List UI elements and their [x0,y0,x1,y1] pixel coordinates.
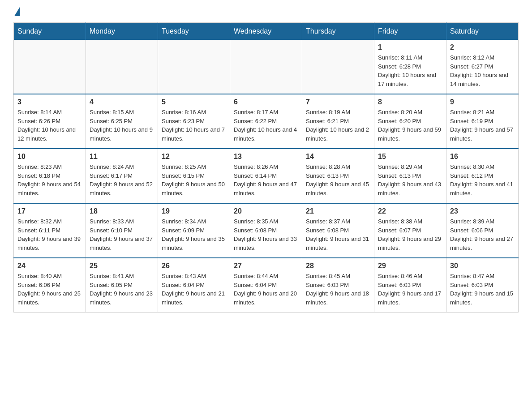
calendar-cell: 12Sunrise: 8:25 AM Sunset: 6:15 PM Dayli… [158,149,230,203]
day-info: Sunrise: 8:43 AM Sunset: 6:04 PM Dayligh… [162,272,226,307]
calendar-cell: 10Sunrise: 8:23 AM Sunset: 6:18 PM Dayli… [14,149,86,203]
logo-top [13,9,20,16]
day-number: 16 [450,153,515,161]
calendar-cell: 7Sunrise: 8:19 AM Sunset: 6:21 PM Daylig… [302,94,374,149]
day-info: Sunrise: 8:26 AM Sunset: 6:14 PM Dayligh… [234,163,298,197]
calendar-cell: 30Sunrise: 8:47 AM Sunset: 6:03 PM Dayli… [446,258,519,313]
day-info: Sunrise: 8:20 AM Sunset: 6:20 PM Dayligh… [378,108,442,143]
day-number: 9 [450,98,515,106]
day-info: Sunrise: 8:44 AM Sunset: 6:04 PM Dayligh… [234,272,298,307]
weekday-header-thursday: Thursday [302,23,374,40]
day-number: 18 [90,207,154,215]
day-info: Sunrise: 8:14 AM Sunset: 6:26 PM Dayligh… [17,108,82,143]
calendar-cell: 24Sunrise: 8:40 AM Sunset: 6:06 PM Dayli… [14,258,86,313]
day-number: 27 [234,262,298,270]
day-info: Sunrise: 8:38 AM Sunset: 6:07 PM Dayligh… [378,217,442,252]
day-info: Sunrise: 8:32 AM Sunset: 6:11 PM Dayligh… [17,217,82,252]
calendar-cell [302,40,374,94]
calendar-cell: 15Sunrise: 8:29 AM Sunset: 6:13 PM Dayli… [374,149,446,203]
day-number: 28 [306,262,370,270]
calendar-cell: 22Sunrise: 8:38 AM Sunset: 6:07 PM Dayli… [374,203,446,258]
weekday-header-tuesday: Tuesday [158,23,230,40]
day-info: Sunrise: 8:39 AM Sunset: 6:06 PM Dayligh… [450,217,515,252]
calendar-cell: 11Sunrise: 8:24 AM Sunset: 6:17 PM Dayli… [86,149,158,203]
day-info: Sunrise: 8:28 AM Sunset: 6:13 PM Dayligh… [306,163,370,197]
day-number: 25 [90,262,154,270]
calendar-cell: 28Sunrise: 8:45 AM Sunset: 6:03 PM Dayli… [302,258,374,313]
day-number: 1 [378,43,442,51]
day-number: 6 [234,98,298,106]
calendar-cell: 17Sunrise: 8:32 AM Sunset: 6:11 PM Dayli… [14,203,86,258]
week-row-1: 1Sunrise: 8:11 AM Sunset: 6:28 PM Daylig… [14,40,519,94]
calendar-table: SundayMondayTuesdayWednesdayThursdayFrid… [13,22,519,313]
day-info: Sunrise: 8:21 AM Sunset: 6:19 PM Dayligh… [450,108,515,143]
day-number: 22 [378,207,442,215]
day-info: Sunrise: 8:30 AM Sunset: 6:12 PM Dayligh… [450,163,515,197]
day-number: 7 [306,98,370,106]
calendar-cell [230,40,302,94]
day-info: Sunrise: 8:15 AM Sunset: 6:25 PM Dayligh… [90,108,154,143]
calendar-cell: 2Sunrise: 8:12 AM Sunset: 6:27 PM Daylig… [446,40,519,94]
calendar-cell: 19Sunrise: 8:34 AM Sunset: 6:09 PM Dayli… [158,203,230,258]
day-info: Sunrise: 8:17 AM Sunset: 6:22 PM Dayligh… [234,108,298,143]
calendar-cell: 13Sunrise: 8:26 AM Sunset: 6:14 PM Dayli… [230,149,302,203]
weekday-header-monday: Monday [86,23,158,40]
day-number: 13 [234,153,298,161]
calendar-cell: 4Sunrise: 8:15 AM Sunset: 6:25 PM Daylig… [86,94,158,149]
weekday-header-friday: Friday [374,23,446,40]
day-info: Sunrise: 8:46 AM Sunset: 6:03 PM Dayligh… [378,272,442,307]
calendar-cell [14,40,86,94]
calendar-cell: 25Sunrise: 8:41 AM Sunset: 6:05 PM Dayli… [86,258,158,313]
day-info: Sunrise: 8:35 AM Sunset: 6:08 PM Dayligh… [234,217,298,252]
day-number: 30 [450,262,515,270]
calendar-cell: 14Sunrise: 8:28 AM Sunset: 6:13 PM Dayli… [302,149,374,203]
day-info: Sunrise: 8:25 AM Sunset: 6:15 PM Dayligh… [162,163,226,197]
week-row-2: 3Sunrise: 8:14 AM Sunset: 6:26 PM Daylig… [14,94,519,149]
logo [13,9,20,13]
calendar-cell: 29Sunrise: 8:46 AM Sunset: 6:03 PM Dayli… [374,258,446,313]
calendar-cell [158,40,230,94]
calendar-cell: 26Sunrise: 8:43 AM Sunset: 6:04 PM Dayli… [158,258,230,313]
day-info: Sunrise: 8:40 AM Sunset: 6:06 PM Dayligh… [17,272,82,307]
calendar-cell: 6Sunrise: 8:17 AM Sunset: 6:22 PM Daylig… [230,94,302,149]
day-number: 24 [17,262,82,270]
page-header [13,9,519,13]
day-info: Sunrise: 8:23 AM Sunset: 6:18 PM Dayligh… [17,163,82,197]
day-number: 8 [378,98,442,106]
day-info: Sunrise: 8:11 AM Sunset: 6:28 PM Dayligh… [378,53,442,88]
day-info: Sunrise: 8:47 AM Sunset: 6:03 PM Dayligh… [450,272,515,307]
day-info: Sunrise: 8:29 AM Sunset: 6:13 PM Dayligh… [378,163,442,197]
week-row-4: 17Sunrise: 8:32 AM Sunset: 6:11 PM Dayli… [14,203,519,258]
day-number: 10 [17,153,82,161]
day-info: Sunrise: 8:12 AM Sunset: 6:27 PM Dayligh… [450,53,515,88]
week-row-5: 24Sunrise: 8:40 AM Sunset: 6:06 PM Dayli… [14,258,519,313]
calendar-cell: 16Sunrise: 8:30 AM Sunset: 6:12 PM Dayli… [446,149,519,203]
week-row-3: 10Sunrise: 8:23 AM Sunset: 6:18 PM Dayli… [14,149,519,203]
day-number: 14 [306,153,370,161]
day-number: 4 [90,98,154,106]
calendar-cell: 21Sunrise: 8:37 AM Sunset: 6:08 PM Dayli… [302,203,374,258]
day-number: 11 [90,153,154,161]
calendar-cell: 9Sunrise: 8:21 AM Sunset: 6:19 PM Daylig… [446,94,519,149]
day-number: 3 [17,98,82,106]
weekday-header-saturday: Saturday [446,23,519,40]
weekday-header-row: SundayMondayTuesdayWednesdayThursdayFrid… [14,23,519,40]
weekday-header-sunday: Sunday [14,23,86,40]
calendar-cell: 8Sunrise: 8:20 AM Sunset: 6:20 PM Daylig… [374,94,446,149]
calendar-cell: 5Sunrise: 8:16 AM Sunset: 6:23 PM Daylig… [158,94,230,149]
calendar-cell: 18Sunrise: 8:33 AM Sunset: 6:10 PM Dayli… [86,203,158,258]
day-info: Sunrise: 8:37 AM Sunset: 6:08 PM Dayligh… [306,217,370,252]
day-info: Sunrise: 8:33 AM Sunset: 6:10 PM Dayligh… [90,217,154,252]
day-number: 5 [162,98,226,106]
day-number: 19 [162,207,226,215]
day-number: 23 [450,207,515,215]
day-info: Sunrise: 8:16 AM Sunset: 6:23 PM Dayligh… [162,108,226,143]
day-info: Sunrise: 8:19 AM Sunset: 6:21 PM Dayligh… [306,108,370,143]
day-info: Sunrise: 8:45 AM Sunset: 6:03 PM Dayligh… [306,272,370,307]
weekday-header-wednesday: Wednesday [230,23,302,40]
day-number: 12 [162,153,226,161]
day-number: 2 [450,43,515,51]
day-number: 21 [306,207,370,215]
calendar-cell: 1Sunrise: 8:11 AM Sunset: 6:28 PM Daylig… [374,40,446,94]
calendar-cell: 20Sunrise: 8:35 AM Sunset: 6:08 PM Dayli… [230,203,302,258]
